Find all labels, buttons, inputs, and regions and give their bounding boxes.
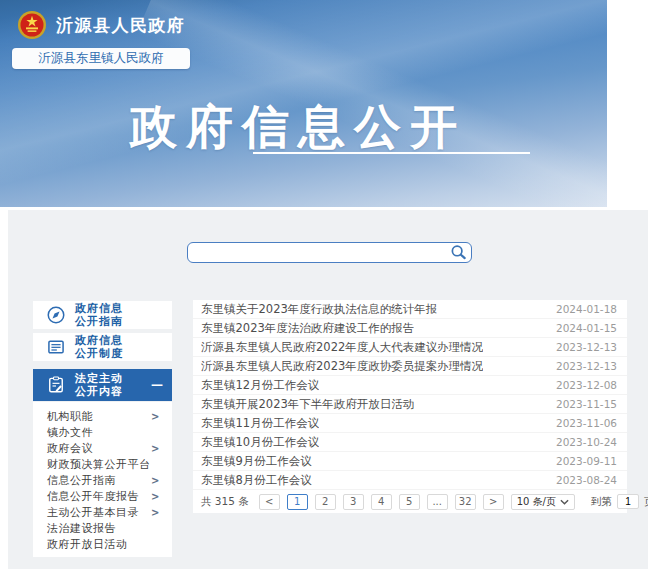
- national-emblem-icon: [17, 10, 47, 40]
- sub-site-badge[interactable]: 沂源县东里镇人民政府: [12, 48, 190, 69]
- sidebar-subitem[interactable]: 主动公开基本目录 >: [33, 504, 172, 520]
- search-input[interactable]: [187, 242, 472, 263]
- article-date: 2023-10-24: [556, 436, 617, 448]
- sidebar-subitem[interactable]: 政府开放日活动: [33, 536, 172, 552]
- sidebar-subitem-label: 政府开放日活动: [47, 537, 128, 552]
- sidebar-subitem[interactable]: 财政预决算公开平台: [33, 456, 172, 472]
- article-date: 2023-12-08: [556, 379, 617, 391]
- article-title[interactable]: 东里镇开展2023年下半年政府开放日活动: [201, 397, 414, 412]
- chevron-right-icon: >: [151, 411, 160, 422]
- article-title[interactable]: 东里镇10月份工作会议: [201, 435, 319, 450]
- search-bar: [187, 242, 472, 263]
- article-title[interactable]: 东里镇9月份工作会议: [201, 454, 312, 469]
- chevron-right-icon: >: [151, 491, 160, 502]
- sidebar-subitem-label: 镇办文件: [47, 425, 93, 440]
- sidebar-subitem-label: 财政预决算公开平台: [47, 457, 151, 472]
- sidebar-item-label: 政府信息 公开制度: [75, 334, 123, 360]
- page-button[interactable]: 5: [399, 494, 420, 510]
- article-date: 2024-01-18: [556, 303, 617, 315]
- list-item[interactable]: 沂源县东里镇人民政府2023年度政协委员提案办理情况 2023-12-13: [193, 357, 627, 376]
- list-item[interactable]: 东里镇开展2023年下半年政府开放日活动 2023-11-15: [193, 395, 627, 414]
- site-name: 沂源县人民政府: [56, 14, 186, 37]
- jump-suffix-label: 页: [644, 495, 648, 509]
- article-title[interactable]: 沂源县东里镇人民政府2022年度人大代表建议办理情况: [201, 340, 483, 355]
- page-size-value: 10 条/页: [517, 495, 556, 509]
- page-button[interactable]: 32: [455, 494, 476, 510]
- prev-page-button[interactable]: <: [259, 494, 280, 510]
- article-date: 2023-11-06: [556, 417, 617, 429]
- jump-to-page: 到第 页 确定: [591, 493, 648, 510]
- sidebar-item-label: 法定主动 公开内容: [75, 372, 123, 398]
- jump-prefix-label: 到第: [591, 495, 612, 509]
- list-item[interactable]: 东里镇2023年度法治政府建设工作的报告 2024-01-15: [193, 319, 627, 338]
- sidebar-subitem-label: 信息公开年度报告: [47, 489, 139, 504]
- page-size-select[interactable]: 10 条/页: [511, 494, 575, 510]
- list-item[interactable]: 东里镇关于2023年度行政执法信息的统计年报 2024-01-18: [193, 300, 627, 319]
- sub-site-badge-label: 沂源县东里镇人民政府: [39, 50, 164, 67]
- chevron-right-icon: >: [151, 507, 160, 518]
- document-list-icon: [46, 337, 66, 357]
- article-list-card: 东里镇关于2023年度行政执法信息的统计年报 2024-01-18 东里镇202…: [193, 300, 627, 513]
- sidebar-subitem-label: 机构职能: [47, 409, 93, 424]
- list-item[interactable]: 沂源县东里镇人民政府2022年度人大代表建议办理情况 2023-12-13: [193, 338, 627, 357]
- chevron-right-icon: >: [151, 443, 160, 454]
- list-item[interactable]: 东里镇10月份工作会议 2023-10-24: [193, 433, 627, 452]
- list-item[interactable]: 东里镇11月份工作会议 2023-11-06: [193, 414, 627, 433]
- article-title[interactable]: 东里镇关于2023年度行政执法信息的统计年报: [201, 302, 437, 317]
- article-date: 2023-12-13: [556, 341, 617, 353]
- site-header: 沂源县人民政府: [17, 10, 186, 40]
- sidebar-subitem[interactable]: 信息公开指南 >: [33, 472, 172, 488]
- collapse-indicator-icon[interactable]: —: [151, 378, 163, 392]
- chevron-down-icon: [560, 499, 569, 505]
- page: 沂源县人民政府 沂源县东里镇人民政府 政府信息公开 政府信息 公开指南: [0, 0, 648, 569]
- list-item[interactable]: 东里镇9月份工作会议 2023-09-11: [193, 452, 627, 471]
- page-button[interactable]: 4: [371, 494, 392, 510]
- article-title[interactable]: 沂源县东里镇人民政府2023年度政协委员提案办理情况: [201, 359, 483, 374]
- next-page-button[interactable]: >: [483, 494, 504, 510]
- sidebar-subitem-label: 主动公开基本目录: [47, 505, 139, 520]
- sidebar-subitem[interactable]: 政府会议 >: [33, 440, 172, 456]
- article-title[interactable]: 东里镇11月份工作会议: [201, 416, 319, 431]
- banner: 沂源县人民政府 沂源县东里镇人民政府 政府信息公开: [0, 0, 607, 207]
- page-button[interactable]: 3: [343, 494, 364, 510]
- article-date: 2024-01-15: [556, 322, 617, 334]
- sidebar-subitem[interactable]: 信息公开年度报告 >: [33, 488, 172, 504]
- page-button[interactable]: 1: [287, 494, 308, 510]
- clipboard-pen-icon: [46, 375, 66, 395]
- article-title[interactable]: 东里镇2023年度法治政府建设工作的报告: [201, 321, 414, 336]
- pagination: 共 315 条 < 12345...32 > 10 条/页 到第 页 确定: [193, 490, 627, 513]
- list-item[interactable]: 东里镇12月份工作会议 2023-12-08: [193, 376, 627, 395]
- content-panel: 政府信息 公开指南 政府信息 公开制度: [8, 210, 648, 569]
- sidebar-subitem-label: 法治建设报告: [47, 521, 116, 536]
- article-title[interactable]: 东里镇8月份工作会议: [201, 473, 312, 488]
- page-title: 政府信息公开: [130, 96, 466, 159]
- article-list: 东里镇关于2023年度行政执法信息的统计年报 2024-01-18 东里镇202…: [193, 300, 627, 490]
- sidebar-item-guide[interactable]: 政府信息 公开指南: [33, 301, 172, 329]
- sidebar-subitem[interactable]: 机构职能 >: [33, 408, 172, 424]
- sidebar-subitem[interactable]: 法治建设报告: [33, 520, 172, 536]
- list-item[interactable]: 东里镇8月份工作会议 2023-08-24: [193, 471, 627, 490]
- sidebar-subitem-label: 信息公开指南: [47, 473, 116, 488]
- total-count: 共 315 条: [201, 495, 249, 509]
- title-underline: [253, 152, 530, 154]
- sidebar-subitem-label: 政府会议: [47, 441, 93, 456]
- page-button[interactable]: 2: [315, 494, 336, 510]
- page-buttons: 12345...32: [287, 494, 476, 510]
- sidebar-item-proactive-disclosure[interactable]: 法定主动 公开内容 —: [33, 369, 172, 401]
- sidebar-item-system[interactable]: 政府信息 公开制度: [33, 333, 172, 361]
- article-date: 2023-08-24: [556, 474, 617, 486]
- chevron-right-icon: >: [151, 475, 160, 486]
- article-date: 2023-11-15: [556, 398, 617, 410]
- compass-icon: [46, 305, 66, 325]
- sidebar-item-label: 政府信息 公开指南: [75, 302, 123, 328]
- jump-page-input[interactable]: [617, 494, 639, 509]
- article-title[interactable]: 东里镇12月份工作会议: [201, 378, 319, 393]
- article-date: 2023-09-11: [556, 455, 617, 467]
- page-button[interactable]: ...: [427, 494, 448, 510]
- sidebar-subitem[interactable]: 镇办文件: [33, 424, 172, 440]
- search-icon[interactable]: [450, 244, 467, 261]
- sidebar-submenu: 机构职能 > 镇办文件 政府会议 > 财政预决算公开平台 信息公开指南 > 信息…: [33, 402, 172, 557]
- article-date: 2023-12-13: [556, 360, 617, 372]
